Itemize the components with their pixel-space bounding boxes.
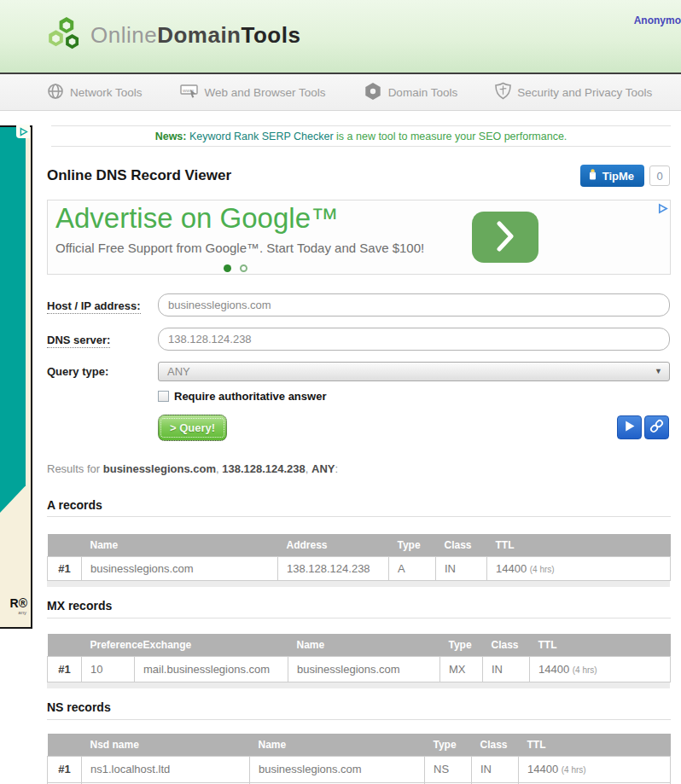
news-label: News:: [155, 131, 187, 142]
col-header-ttl: TTL: [519, 734, 671, 756]
authoritative-label: Require authoritative answer: [174, 390, 326, 403]
authoritative-checkbox[interactable]: [158, 391, 169, 402]
logo-word-tools: Tools: [242, 22, 301, 48]
tip-group: TipMe 0: [580, 165, 670, 187]
left-sidebar-ad[interactable]: R® any: [0, 125, 32, 629]
col-header-name: Name: [82, 534, 278, 556]
a-records-table: Name Address Type Class TTL #1 businessl…: [47, 534, 671, 581]
table-footer-strip: [47, 682, 670, 688]
dns-server-label: DNS server:: [47, 334, 110, 346]
logo-word-domain: Domain: [157, 22, 241, 48]
page: OnlineDomainTools Anonymo Network Tools …: [0, 0, 681, 784]
results-query-type: ANY: [311, 462, 335, 475]
nav-item-label: Network Tools: [70, 86, 143, 99]
chain-link-icon: [649, 418, 665, 437]
query-type-value: ANY: [167, 365, 190, 378]
tipme-button[interactable]: TipMe: [580, 165, 644, 187]
ad-next-button[interactable]: [472, 212, 538, 263]
nav-item-label: Web and Browser Tools: [205, 86, 326, 99]
adchoices-icon[interactable]: [16, 125, 30, 138]
col-header-nsd-name: Nsd name: [82, 734, 250, 756]
col-header-index: [48, 634, 82, 656]
col-header-address: Address: [278, 534, 389, 556]
globe-icon: [47, 83, 64, 102]
col-header-class: Class: [483, 634, 530, 656]
ttl-note: (4 hrs): [562, 765, 586, 775]
table-row: #1 businesslegions.com 138.128.124.238 A…: [48, 556, 671, 580]
table-header-row: Preference Exchange Name Type Class TTL: [48, 634, 671, 656]
nav-item-network-tools[interactable]: Network Tools: [47, 83, 143, 102]
left-ad-text-fragment-small: any: [18, 610, 26, 615]
table-header-row: Nsd name Name Type Class TTL: [48, 734, 671, 756]
record-class: IN: [483, 656, 530, 682]
mx-records-heading: MX records: [47, 599, 112, 613]
table-row: #1 10 mail.businesslegions.com businessl…: [48, 656, 671, 682]
ns-records-heading: NS records: [47, 700, 111, 714]
run-query-button[interactable]: [617, 415, 642, 439]
col-header-exchange: Exchange: [135, 634, 288, 656]
record-index: #1: [48, 756, 82, 782]
record-name: businesslegions.com: [250, 756, 425, 782]
record-name: businesslegions.com: [288, 656, 440, 682]
col-header-class: Class: [472, 734, 519, 756]
record-type: NS: [425, 756, 472, 782]
query-button[interactable]: > Query!: [158, 415, 227, 441]
col-header-type: Type: [389, 534, 436, 556]
results-server: 138.128.124.238: [222, 462, 306, 475]
carousel-dot-inactive[interactable]: [240, 264, 247, 272]
ad-carousel-dots: [48, 260, 423, 276]
adchoices-icon[interactable]: [657, 202, 668, 218]
news-text: is a new tool to measure your SEO perfor…: [334, 131, 568, 142]
table-header-row: Name Address Type Class TTL: [48, 534, 671, 556]
account-link[interactable]: Anonymo: [634, 15, 681, 26]
carousel-dot-active[interactable]: [224, 264, 231, 272]
host-input[interactable]: [158, 293, 670, 317]
section-divider: [47, 719, 671, 720]
col-header-name: Name: [288, 634, 440, 656]
record-ttl: 14400 (4 hrs): [530, 656, 671, 682]
record-preference: 10: [82, 656, 135, 682]
news-link[interactable]: Keyword Rank SERP Checker: [189, 131, 334, 142]
col-header-name: Name: [250, 734, 425, 756]
site-header: OnlineDomainTools Anonymo: [0, 0, 681, 73]
query-button-label: > Query!: [160, 418, 224, 438]
nav-item-web-browser-tools[interactable]: www Web and Browser Tools: [180, 84, 326, 101]
record-ttl: 14400 (4 hrs): [487, 556, 671, 580]
play-icon: [622, 419, 637, 436]
nav-item-domain-tools[interactable]: Domain Tools: [364, 82, 458, 103]
mx-records-table: Preference Exchange Name Type Class TTL …: [47, 634, 671, 682]
www-icon: www: [180, 84, 199, 101]
permalink-button[interactable]: [644, 415, 669, 439]
query-type-label: Query type:: [47, 365, 108, 378]
record-nsd-name: ns1.localhost.ltd: [82, 756, 250, 782]
ad-banner-subtitle: Official Free Support from Google™. Star…: [55, 241, 424, 255]
record-type: MX: [440, 656, 483, 682]
record-index: #1: [48, 656, 82, 682]
hexagon-icon: [364, 82, 382, 103]
ad-banner-title: Advertise on Google™: [55, 202, 339, 235]
site-logo[interactable]: OnlineDomainTools: [47, 15, 300, 55]
record-exchange: mail.businesslegions.com: [135, 656, 288, 682]
record-ttl: 14400 (4 hrs): [519, 756, 671, 782]
table-row: #1 ns1.localhost.ltd businesslegions.com…: [48, 756, 671, 782]
query-type-select[interactable]: ANY ▼: [158, 362, 670, 381]
section-divider: [47, 516, 671, 517]
main-nav: Network Tools www Web and Browser Tools …: [0, 73, 681, 111]
col-header-type: Type: [425, 734, 472, 756]
ad-banner[interactable]: Advertise on Google™ Official Free Suppo…: [47, 200, 671, 275]
host-label: Host / IP address:: [47, 299, 141, 312]
page-title: Online DNS Record Viewer: [47, 167, 231, 184]
nav-item-security-privacy-tools[interactable]: Security and Privacy Tools: [495, 82, 652, 102]
nav-item-label: Security and Privacy Tools: [517, 86, 652, 99]
col-header-index: [48, 734, 82, 756]
tip-jar-icon: [587, 168, 598, 183]
shield-icon: [495, 82, 511, 102]
hexagons-logo-icon: [47, 15, 83, 55]
nav-item-label: Domain Tools: [388, 86, 458, 99]
logo-text: OnlineDomainTools: [90, 22, 300, 49]
logo-word-online: Online: [90, 22, 157, 48]
chevron-down-icon: ▼: [655, 368, 662, 375]
col-header-ttl: TTL: [530, 634, 671, 656]
dns-server-input[interactable]: [158, 328, 670, 351]
a-records-heading: A records: [47, 498, 102, 512]
